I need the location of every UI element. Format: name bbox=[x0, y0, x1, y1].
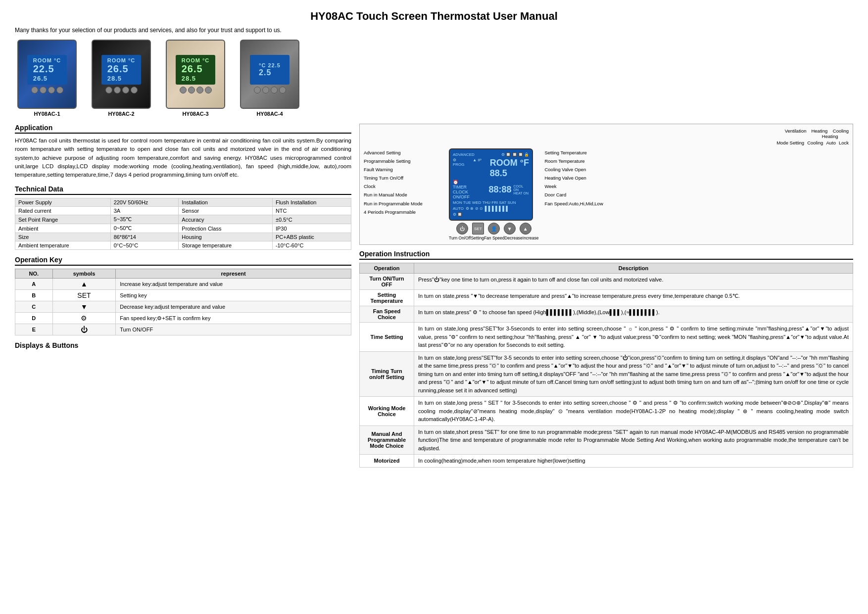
op-key-no-0: A bbox=[15, 279, 53, 290]
ann-clock: Clock bbox=[364, 182, 443, 190]
btn-down-icon[interactable]: ▼ bbox=[504, 223, 516, 235]
op-instr-row-4: Timing Turn on/off Setting In turn on st… bbox=[360, 351, 853, 397]
device-2-lcd: ROOM °C26.528.5 bbox=[101, 55, 141, 85]
tech-val-1-2: NTC bbox=[272, 207, 351, 215]
device-4-lcd: °C 22.52.5 bbox=[250, 55, 289, 85]
op-instr-op-0: Turn ON/Turn OFF bbox=[360, 274, 414, 290]
op-instr-op-2: Fan Speed Choice bbox=[360, 306, 414, 323]
op-key-table: NO. symbols represent A ▲ Increase key:a… bbox=[15, 269, 351, 335]
lcd-prog2-row: ⚙ 🔲 bbox=[453, 212, 529, 217]
diagram-device-area: ADVANCED ⚙ 🔲 🔲 🔲 🔒 ⚙PROG ▲ IP ROOM °F88.… bbox=[449, 148, 538, 240]
lcd-top-icons: ADVANCED ⚙ 🔲 🔲 🔲 🔒 bbox=[453, 152, 529, 157]
btn-person-icon[interactable]: 👤 bbox=[488, 223, 500, 235]
op-key-row-3: D ⚙ Fan speed key;⚙+SET is confirm key bbox=[15, 313, 351, 324]
ann-manual: Run in Manual Mode bbox=[364, 190, 443, 199]
device-1-image: ROOM °C22.526.5 bbox=[17, 40, 77, 109]
device-4-image: °C 22.52.5 bbox=[240, 40, 299, 109]
heating-cooling-labels: Heating Cooling Heating bbox=[811, 128, 849, 139]
page-title: HY08AC Touch Screen Thermostat User Manu… bbox=[15, 10, 853, 23]
diagram-box: Ventilation Heating Cooling Heating Mode… bbox=[359, 124, 853, 245]
op-key-symbol-3: ⚙ bbox=[52, 313, 116, 324]
btn-power-icon[interactable]: ⏻ bbox=[456, 223, 468, 235]
device-1-box: ROOM °C22.526.5 HY08AC-1 bbox=[15, 40, 79, 117]
diagram-main-area: Advanced Setting Programmable Setting Fa… bbox=[364, 148, 849, 240]
tech-label-1-1: Rated current bbox=[15, 207, 111, 215]
op-instr-row-5: Working Mode Choice In turn on state,lon… bbox=[360, 397, 853, 426]
tech-label-2-1: Set Point Range bbox=[15, 215, 111, 224]
application-text: HY08AC fan coil units thermostat is used… bbox=[15, 137, 351, 179]
technical-data-table: Power Supply 220V 50/60Hz Installation F… bbox=[15, 198, 351, 250]
tech-label-4-1: Size bbox=[15, 233, 111, 241]
tech-val-0-2: Flush Installation bbox=[272, 198, 351, 207]
op-key-header-symbol: symbols bbox=[52, 269, 116, 279]
op-instr-desc-0: Press"⏻"key one time to turn on,press it… bbox=[414, 274, 853, 290]
op-key-symbol-2: ▼ bbox=[52, 301, 116, 313]
tech-val-0-1: 220V 50/60Hz bbox=[110, 198, 179, 207]
op-key-header-represent: represent bbox=[116, 269, 351, 279]
op-key-no-2: C bbox=[15, 301, 53, 313]
op-instr-row-6: Manual And Programmable Mode Choice In t… bbox=[360, 425, 853, 455]
tech-row-1: Rated current 3A Sensor NTC bbox=[15, 207, 351, 215]
ann-4period: 4 Periods Programmable bbox=[364, 208, 443, 216]
device-2-buttons bbox=[105, 87, 138, 94]
tech-label-5-1: Ambient temperature bbox=[15, 241, 111, 250]
op-instr-row-1: Setting Temperature In turn on state,pre… bbox=[360, 290, 853, 306]
tech-label-3-1: Ambient bbox=[15, 224, 111, 233]
op-key-represent-1: Setting key bbox=[116, 290, 351, 301]
tech-label-5-2: Storage temperature bbox=[179, 241, 273, 250]
op-instr-desc-1: In turn on state,press "▼"to decrease te… bbox=[414, 290, 853, 306]
op-key-represent-3: Fan speed key;⚙+SET is confirm key bbox=[116, 313, 351, 324]
btn-up-icon[interactable]: ▲ bbox=[520, 223, 531, 235]
tech-val-3-1: 0~50℃ bbox=[110, 224, 179, 233]
diagram-bottom-labels: Turn On/Off Setting Fan Speed Decrease I… bbox=[449, 236, 538, 240]
device-1-buttons bbox=[31, 87, 63, 94]
op-instr-desc-4: In turn on state,long press"SET"for 3-5 … bbox=[414, 351, 853, 397]
main-layout: Application HY08AC fan coil units thermo… bbox=[15, 124, 853, 468]
right-column: Ventilation Heating Cooling Heating Mode… bbox=[359, 124, 853, 468]
lcd-clock-row: ⏰TIMERCLOCK ON/OFF 88:88 COOL ONHEAT ON bbox=[453, 180, 529, 199]
op-key-title: Operation Key bbox=[15, 256, 351, 266]
op-instr-table: Operation Description Turn ON/Turn OFF P… bbox=[359, 263, 853, 468]
op-instr-desc-3: In turn on state,long press"SET"for 3-5s… bbox=[414, 323, 853, 352]
ann-fan-speed: Fan Speed:Auto,Hi,Mid,Low bbox=[544, 199, 603, 208]
op-instr-desc-5: In turn on state,long press " SET " for … bbox=[414, 397, 853, 426]
device-4-box: °C 22.52.5 HY08AC-4 bbox=[238, 40, 302, 117]
op-key-header-no: NO. bbox=[15, 269, 53, 279]
tech-val-1-1: 3A bbox=[110, 207, 179, 215]
ann-programmable: Programmable Setting bbox=[364, 157, 443, 165]
op-instr-op-3: Time Setting bbox=[360, 323, 414, 352]
tech-val-5-1: 0°C~50°C bbox=[110, 241, 179, 250]
ann-cooling-valve: Cooling Valve Open bbox=[544, 165, 603, 174]
device-2-label: HY08AC-2 bbox=[108, 111, 134, 117]
op-instr-row-0: Turn ON/Turn OFF Press"⏻"key one time to… bbox=[360, 274, 853, 290]
ann-setting-temp: Setting Temperature bbox=[544, 148, 603, 157]
tech-label-0-2: Installation bbox=[179, 198, 273, 207]
tech-label-3-2: Protection Class bbox=[179, 224, 273, 233]
op-instr-desc-6: In turn on state,short press "SET" for o… bbox=[414, 425, 853, 455]
op-key-symbol-0: ▲ bbox=[52, 279, 116, 290]
op-key-no-4: E bbox=[15, 324, 53, 335]
btn-set-icon[interactable]: SET bbox=[472, 223, 484, 235]
op-key-no-1: B bbox=[15, 290, 53, 301]
op-key-row-4: E ⏻ Turn ON/OFF bbox=[15, 324, 351, 335]
ann-prog: Run in Programmable Mode bbox=[364, 199, 443, 208]
left-column: Application HY08AC fan coil units thermo… bbox=[15, 124, 351, 468]
device-3-label: HY08AC-3 bbox=[182, 111, 208, 117]
op-instr-title: Operation Instruction bbox=[359, 250, 853, 260]
op-key-represent-2: Decrease key:adjust temperature and valu… bbox=[116, 301, 351, 313]
ann-week: Week bbox=[544, 182, 603, 190]
lcd-mode-row: AUTO ⚙ ⊗ ⊘ ⊙ ▌▌▌▌▌▌▌ bbox=[453, 206, 529, 211]
tech-row-0: Power Supply 220V 50/60Hz Installation F… bbox=[15, 198, 351, 207]
tech-label-1-2: Sensor bbox=[179, 207, 273, 215]
mode-labels-row: Mode Setting Cooling Auto Lock bbox=[364, 140, 849, 145]
tech-row-4: Size 86*86*14 Housing PC+ABS plastic bbox=[15, 233, 351, 241]
ann-door-card: Door Card bbox=[544, 190, 603, 199]
device-2-box: ROOM °C26.528.5 HY08AC-2 bbox=[89, 40, 153, 117]
op-instr-header-desc: Description bbox=[414, 263, 853, 274]
diagram-lcd-display: ADVANCED ⚙ 🔲 🔲 🔲 🔒 ⚙PROG ▲ IP ROOM °F88.… bbox=[449, 148, 533, 221]
device-1-label: HY08AC-1 bbox=[34, 111, 60, 117]
op-key-no-3: D bbox=[15, 313, 53, 324]
device-3-image: ROOM °C26.528.5 bbox=[166, 40, 225, 109]
tech-val-4-2: PC+ABS plastic bbox=[272, 233, 351, 241]
ventilation-label: Ventilation bbox=[785, 128, 807, 139]
